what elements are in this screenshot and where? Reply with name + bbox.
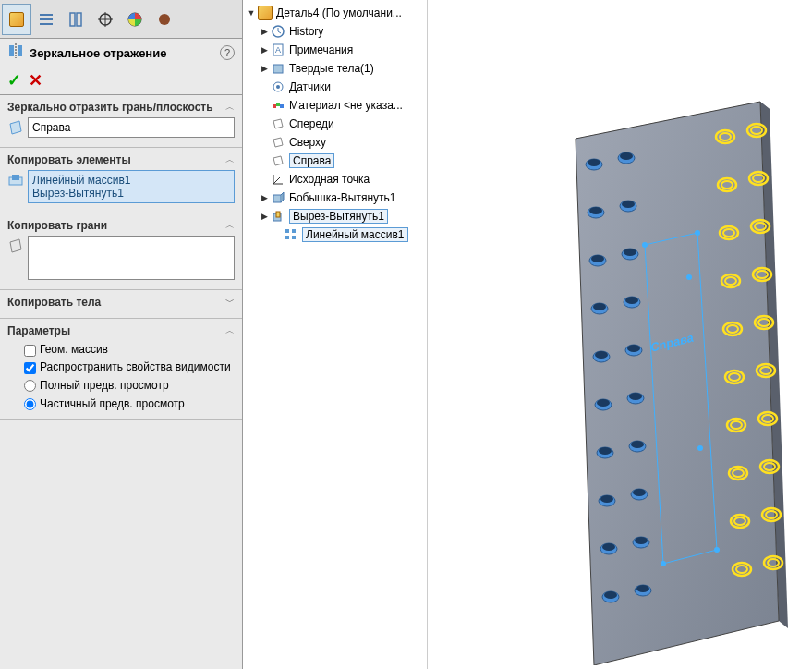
tree-material[interactable]: Материал <не указа... (243, 96, 427, 115)
propagate-visibility-input[interactable] (24, 362, 36, 374)
geom-pattern-input[interactable] (24, 345, 36, 357)
svg-rect-21 (273, 104, 276, 108)
collapse-toggle[interactable]: ︿ (225, 153, 235, 166)
svg-rect-28 (292, 229, 296, 233)
svg-point-63 (589, 207, 602, 214)
mirror-plane-input[interactable] (28, 117, 235, 138)
svg-rect-27 (285, 229, 289, 233)
collapse-toggle[interactable]: ︿ (225, 324, 235, 337)
tree-boss-extrude[interactable]: ▶ Бобышка-Вытянуть1 (243, 189, 427, 207)
chevron-right-icon[interactable]: ▶ (260, 64, 269, 73)
svg-point-62 (620, 152, 633, 160)
collapse-toggle[interactable]: ︿ (225, 219, 235, 232)
tree-annotations[interactable]: ▶ A Примечания (243, 41, 427, 59)
collapse-toggle[interactable]: ﹀ (225, 296, 235, 309)
feature-title: Зеркальное отражение (30, 46, 220, 60)
chevron-down-icon[interactable]: ▼ (247, 8, 256, 18)
tree-plane-right[interactable]: Справа (243, 152, 427, 170)
part-icon (258, 6, 273, 20)
tab-render-setup[interactable] (150, 4, 179, 35)
features-to-mirror-list[interactable]: Линейный массив1 Вырез-Вытянуть1 (28, 170, 235, 203)
svg-point-79 (604, 591, 617, 599)
extrude-icon (271, 190, 285, 205)
section-copy-bodies: Копировать тела ﹀ (0, 290, 242, 319)
plane-icon (271, 116, 285, 131)
geom-pattern-checkbox[interactable]: Геом. массив (7, 341, 235, 359)
tree-plane-front[interactable]: Спереди (243, 115, 427, 133)
section-title: Зеркально отразить грань/плоскость (7, 101, 225, 114)
tab-display-manager[interactable] (120, 4, 150, 35)
section-copy-features: Копировать элементы ︿ Линейный массив1 В… (0, 148, 242, 213)
tree-solid-bodies[interactable]: ▶ Твердые тела(1) (243, 59, 427, 78)
partial-preview-radio[interactable]: Частичный предв. просмотр (7, 395, 235, 413)
notes-icon: A (271, 43, 285, 57)
origin-icon (271, 172, 285, 187)
svg-point-72 (629, 393, 642, 400)
svg-rect-29 (285, 236, 289, 239)
svg-point-20 (276, 85, 280, 89)
svg-rect-23 (280, 104, 284, 108)
feature-header: Зеркальное отражение ? (0, 39, 242, 67)
section-title: Параметры (7, 324, 225, 337)
target-icon (97, 11, 114, 28)
radio-label: Полный предв. просмотр (40, 379, 169, 392)
svg-point-75 (600, 495, 613, 503)
body-icon (271, 61, 285, 76)
tree-root[interactable]: ▼ Деталь4 (По умолчани... (243, 4, 427, 22)
cancel-button[interactable]: ✕ (29, 70, 42, 91)
svg-point-70 (627, 345, 640, 352)
appearance-icon (127, 11, 143, 28)
section-title: Копировать грани (7, 219, 225, 232)
render-icon (156, 11, 173, 28)
full-preview-input[interactable] (24, 380, 36, 392)
svg-point-71 (597, 399, 610, 407)
chevron-right-icon[interactable]: ▶ (260, 45, 269, 55)
tree-cut-extrude[interactable]: ▶ Вырез-Вытянуть1 (243, 207, 427, 225)
list-item[interactable]: Вырез-Вытянуть1 (32, 187, 230, 200)
chevron-right-icon[interactable]: ▶ (260, 27, 269, 36)
svg-rect-18 (273, 65, 283, 73)
help-button[interactable]: ? (220, 45, 235, 60)
svg-rect-14 (12, 175, 19, 180)
history-icon (271, 24, 285, 39)
cube-icon (9, 12, 24, 27)
radio-label: Частичный предв. просмотр (40, 397, 185, 410)
section-options: Параметры ︿ Геом. массив Распространить … (0, 319, 242, 420)
tree-plane-top[interactable]: Сверху (243, 133, 427, 152)
tree-origin[interactable]: Исходная точка (243, 170, 427, 189)
pattern-icon (284, 227, 298, 242)
svg-point-36 (695, 230, 700, 236)
collapse-toggle[interactable]: ︿ (225, 101, 235, 114)
svg-point-61 (588, 159, 600, 166)
svg-rect-30 (292, 236, 296, 239)
svg-rect-1 (40, 18, 53, 20)
svg-point-80 (636, 585, 649, 592)
tree-history[interactable]: ▶ History (243, 22, 427, 41)
svg-point-35 (642, 242, 648, 248)
cut-icon (271, 209, 285, 224)
section-copy-faces: Копировать грани ︿ (0, 213, 242, 290)
material-icon (271, 98, 285, 113)
tab-dimxpert[interactable] (91, 4, 120, 35)
tree-linear-pattern[interactable]: Линейный массив1 (243, 225, 427, 244)
svg-rect-26 (276, 212, 280, 217)
propagate-visibility-checkbox[interactable]: Распространить свойства видимости (7, 359, 235, 376)
svg-point-73 (599, 447, 612, 455)
tab-feature-manager[interactable] (2, 4, 31, 35)
viewport-3d[interactable]: Справа (428, 0, 812, 669)
full-preview-radio[interactable]: Полный предв. просмотр (7, 376, 235, 395)
tab-property-manager[interactable] (31, 4, 61, 35)
chevron-right-icon[interactable]: ▶ (260, 212, 269, 221)
tree-sensors[interactable]: Датчики (243, 78, 427, 96)
partial-preview-input[interactable] (24, 398, 36, 410)
svg-rect-10 (9, 45, 14, 56)
tab-configuration-manager[interactable] (61, 4, 91, 35)
svg-point-64 (622, 201, 635, 208)
svg-rect-2 (40, 23, 53, 25)
faces-to-mirror-list[interactable] (28, 236, 235, 280)
property-manager-panel: Зеркальное отражение ? ✓ ✕ Зеркально отр… (0, 0, 243, 669)
chevron-right-icon[interactable]: ▶ (260, 193, 269, 202)
ok-button[interactable]: ✓ (7, 70, 21, 91)
list-item[interactable]: Линейный массив1 (32, 174, 230, 187)
svg-rect-12 (18, 45, 22, 56)
